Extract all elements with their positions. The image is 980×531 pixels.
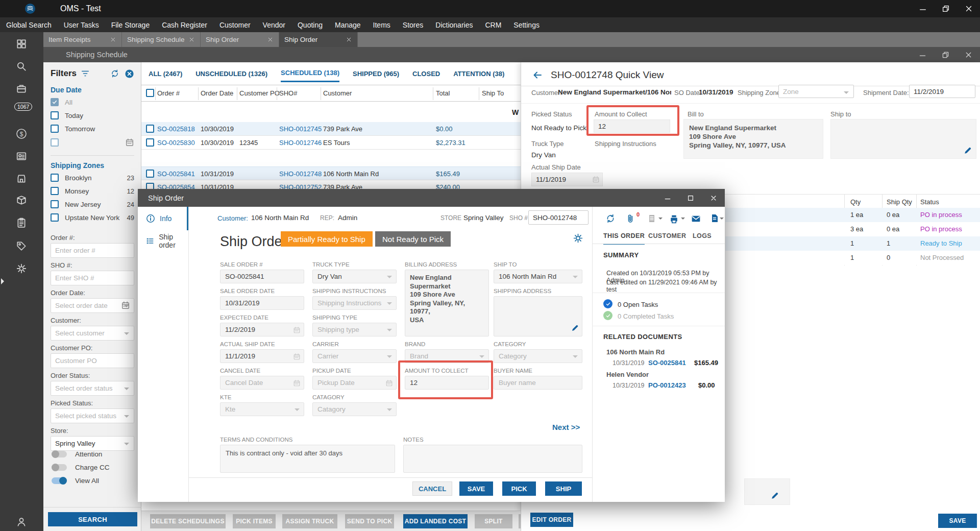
tab-shipped[interactable]: SHIPPED (965)	[353, 65, 399, 82]
row-checkbox[interactable]	[146, 170, 154, 178]
row-checkbox[interactable]	[146, 138, 154, 147]
qv-zone-select[interactable]: Zone	[778, 85, 854, 98]
hdr-sho-input[interactable]: SHO-0012748	[528, 210, 589, 225]
caret-down-icon[interactable]	[658, 218, 663, 222]
items-icon[interactable]	[16, 195, 27, 206]
checkbox-zone-new-jersey[interactable]	[51, 200, 59, 208]
back-arrow-icon[interactable]	[532, 70, 543, 80]
menu-file-storage[interactable]: File Storage	[105, 17, 156, 32]
assign-truck-button[interactable]: ASSIGN TRUCK	[282, 514, 337, 528]
category-select[interactable]: Category	[494, 349, 582, 363]
tab-ship-order-1[interactable]: Ship Order	[201, 32, 279, 47]
modal-maximize-button[interactable]	[679, 189, 702, 207]
checkbox-zone-brooklyn[interactable]	[51, 174, 59, 182]
menu-cash-register[interactable]: Cash Register	[156, 17, 213, 32]
terms-box[interactable]: This is contract only - void after 30 da…	[220, 445, 395, 473]
charge-cc-toggle[interactable]	[52, 464, 67, 471]
expected-date-input[interactable]: 11/2/2019	[220, 323, 304, 336]
filter-icon[interactable]	[81, 69, 90, 78]
item-row[interactable]: 1 ea 0 ea PO in process	[725, 208, 980, 222]
amount-to-collect-input[interactable]: 12	[405, 376, 489, 390]
table-row[interactable]: SO-0025830 10/30/2019 12345 SHO-0012746 …	[141, 136, 521, 150]
form-settings-gear-icon[interactable]	[573, 233, 583, 244]
attention-toggle[interactable]	[52, 451, 67, 457]
checkbox-tomorrow[interactable]	[51, 125, 59, 133]
checkbox-zone-upstate[interactable]	[51, 213, 59, 222]
tab-scheduled[interactable]: SCHEDULED (138)	[281, 64, 339, 82]
qv-amount-input[interactable]: 12	[594, 119, 670, 133]
contacts-icon[interactable]	[16, 151, 27, 162]
attachment-icon[interactable]	[625, 213, 635, 224]
sale-order-number-input[interactable]: SO-0025841	[220, 270, 304, 283]
picked-status-select[interactable]: Select picked status	[51, 408, 134, 423]
calendar-icon[interactable]	[125, 138, 134, 147]
store-icon[interactable]	[16, 173, 27, 184]
store-select[interactable]: Spring Valley	[51, 436, 134, 451]
edit-ship-to-pencil-icon[interactable]	[963, 146, 972, 155]
tags-icon[interactable]	[16, 240, 27, 252]
sho-link[interactable]: SHO-0012748	[279, 170, 322, 178]
orders-icon[interactable]	[16, 217, 27, 228]
tab-item-receipts[interactable]: Item Receipts	[43, 32, 122, 47]
menu-manage[interactable]: Manage	[329, 17, 367, 32]
shipping-instructions-select[interactable]: Shipping Instructions	[312, 296, 397, 310]
shipping-type-select[interactable]: Shipping type	[312, 323, 397, 336]
menu-crm[interactable]: CRM	[479, 17, 507, 32]
table-row[interactable]: SO-0025818 10/30/2019 SHO-0012745 739 Pa…	[141, 122, 521, 136]
table-row[interactable]: SO-0025841 10/31/2019 SHO-0012748 106 No…	[141, 166, 521, 180]
view-all-toggle[interactable]	[52, 477, 67, 484]
tab-closed[interactable]: CLOSED	[412, 65, 440, 82]
receipt-icon[interactable]	[647, 213, 657, 224]
completed-tasks-label[interactable]: 0 Completed Tasks	[618, 312, 674, 320]
clipped-button[interactable]	[519, 514, 521, 528]
tab-customer[interactable]: CUSTOMER	[648, 232, 687, 239]
select-all-checkbox[interactable]	[146, 89, 154, 97]
menu-vendor[interactable]: Vendor	[257, 17, 291, 32]
order-number-input[interactable]	[51, 243, 134, 258]
tab-close-icon[interactable]	[110, 36, 116, 43]
notes-box[interactable]	[403, 445, 582, 473]
related-doc-link[interactable]: SO-0025841	[648, 359, 686, 367]
sho-link[interactable]: SHO-0012745	[279, 125, 322, 133]
refresh-icon[interactable]	[605, 213, 616, 224]
search-button[interactable]: SEARCH	[48, 512, 137, 526]
nav-info[interactable]: Info	[138, 207, 188, 230]
save-button[interactable]: SAVE	[459, 481, 493, 496]
pick-button[interactable]: PICK	[502, 481, 536, 496]
save-button[interactable]: SAVE	[938, 514, 977, 528]
print-icon[interactable]	[669, 213, 679, 224]
menu-quoting[interactable]: Quoting	[291, 17, 329, 32]
order-status-select[interactable]: Select order status	[51, 381, 134, 396]
panel-expand-arrow-icon[interactable]	[1, 278, 7, 284]
inner-restore-button[interactable]	[934, 47, 957, 62]
user-icon[interactable]	[16, 516, 27, 527]
status-badge-not-ready[interactable]: Not Ready to Pick	[375, 231, 451, 247]
mail-icon[interactable]	[691, 213, 701, 224]
window-restore-button[interactable]	[934, 0, 957, 17]
edit-order-button[interactable]: EDIT ORDER	[530, 513, 573, 527]
order-link[interactable]: SO-0025818	[157, 125, 195, 133]
tab-unscheduled[interactable]: UNSCHEDULED (1326)	[195, 65, 267, 82]
tab-this-order[interactable]: THIS ORDER	[603, 232, 645, 245]
item-row[interactable]: 3 ea 0 ea PO in process	[725, 222, 980, 236]
ship-button[interactable]: SHIP	[545, 481, 582, 496]
pickup-date-input[interactable]: Pickup Date	[312, 376, 397, 390]
menu-global-search[interactable]: Global Search	[0, 17, 58, 32]
checkbox-custom-date[interactable]	[51, 138, 59, 147]
tab-ship-order-2[interactable]: Ship Order	[279, 32, 358, 47]
sho-link[interactable]: SHO-0012746	[279, 139, 322, 147]
edit-notes-pencil-icon[interactable]	[770, 491, 779, 500]
item-row[interactable]: 1 0 Not Processed	[725, 251, 980, 265]
pick-items-button[interactable]: PICK ITEMS	[233, 514, 276, 528]
delete-schedulings-button[interactable]: DELETE SCHEDULINGS	[150, 514, 226, 528]
tab-close-icon[interactable]	[188, 36, 195, 43]
truck-type-select[interactable]: Dry Van	[312, 270, 397, 283]
tab-close-icon[interactable]	[346, 36, 352, 43]
dashboard-icon[interactable]	[16, 38, 27, 50]
carrier-select[interactable]: Carrier	[312, 349, 397, 363]
caret-down-icon[interactable]	[720, 218, 724, 222]
add-landed-cost-button[interactable]: ADD LANDED COST	[403, 514, 468, 528]
ship-to-select[interactable]: 106 North Main Rd	[494, 270, 582, 283]
cancel-button[interactable]: CANCEL	[412, 481, 452, 496]
menu-user-tasks[interactable]: User Tasks	[58, 17, 105, 32]
